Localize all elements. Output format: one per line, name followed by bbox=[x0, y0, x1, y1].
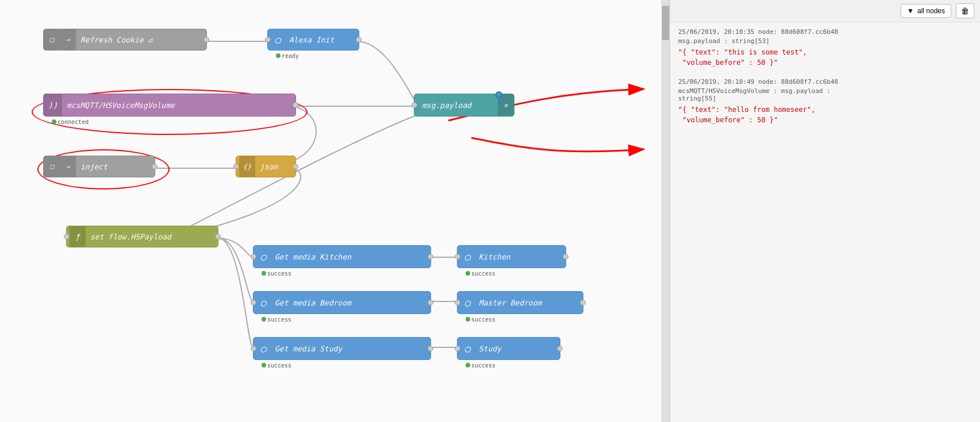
output-port bbox=[428, 346, 433, 351]
debug-port bbox=[495, 91, 502, 98]
scrollbar[interactable] bbox=[662, 0, 670, 422]
msg-payload-label: msg.payload bbox=[417, 101, 498, 110]
get-study-label: Get media Study bbox=[270, 344, 428, 353]
study-node[interactable]: ◯ Study success bbox=[457, 337, 560, 360]
refresh-cookie-node[interactable]: □ ⇒ Refresh Cookie ↺ bbox=[43, 29, 207, 51]
mcs-mqtt-label: mcsMQTT/HSVoiceMsgVolume bbox=[62, 101, 293, 110]
study-status: success bbox=[267, 362, 291, 369]
output-port bbox=[215, 234, 221, 239]
output-port bbox=[293, 102, 298, 108]
msg-payload-node[interactable]: msg.payload ≡ bbox=[414, 94, 514, 117]
input-port bbox=[265, 37, 271, 42]
filter-label: all nodes bbox=[917, 7, 945, 15]
delete-button[interactable]: 🗑 bbox=[956, 3, 974, 18]
mcs-mqtt-node[interactable]: )) mcsMQTT/HSVoiceMsgVolume connected bbox=[43, 94, 296, 117]
input-port bbox=[251, 346, 256, 351]
alexa-init-node[interactable]: ◯ Alexa Init ready bbox=[267, 29, 359, 51]
master-status: success bbox=[471, 316, 495, 323]
json-label: json bbox=[255, 162, 293, 171]
input-port bbox=[455, 254, 460, 260]
alexa-init-label: Alexa Init bbox=[285, 36, 356, 44]
output-port bbox=[203, 37, 209, 42]
study2-status-dot bbox=[466, 363, 470, 367]
log-panel: ▼ all nodes 🗑 25/06/2019, 20:10:35 node:… bbox=[670, 0, 980, 422]
get-kitchen-node[interactable]: ◯ Get media Kitchen success bbox=[253, 245, 431, 268]
input-port bbox=[251, 300, 256, 305]
input-port bbox=[455, 346, 460, 351]
inject-icon1: □ bbox=[44, 156, 60, 177]
bedroom-status-dot bbox=[262, 317, 266, 322]
output-port bbox=[293, 164, 298, 169]
alexa-status-dot bbox=[276, 53, 280, 58]
panel-header: ▼ all nodes 🗑 bbox=[670, 0, 980, 22]
log-meta-1: 25/06/2019, 20:10:35 node: 88d608f7.cc6b… bbox=[678, 28, 972, 36]
output-port bbox=[580, 300, 586, 305]
master-bedroom-node[interactable]: ◯ Master Bedroom success bbox=[457, 291, 583, 314]
inject-node[interactable]: □ ⇒ inject bbox=[43, 156, 155, 177]
output-port bbox=[563, 254, 568, 260]
log-type-2: mcsMQTT/HSVoiceMsgVolume : msg.payload :… bbox=[678, 87, 972, 102]
kitchen2-status: success bbox=[471, 270, 495, 277]
scrollbar-thumb[interactable] bbox=[662, 6, 669, 40]
output-port bbox=[428, 300, 433, 305]
get-kitchen-label: Get media Kitchen bbox=[270, 253, 428, 261]
kitchen-label: Kitchen bbox=[474, 253, 563, 261]
output-port bbox=[428, 254, 433, 260]
study2-status: success bbox=[471, 362, 495, 369]
mcs-status-text: connected bbox=[57, 119, 89, 125]
kitchen-status-dot bbox=[262, 271, 266, 276]
flow-canvas: □ ⇒ Refresh Cookie ↺ ◯ Alexa Init ready … bbox=[0, 0, 662, 422]
set-flow-node[interactable]: ƒ set flow.HSPayload bbox=[66, 226, 218, 247]
log-meta-2: 25/06/2019, 20:10:49 node: 88d608f7.cc6b… bbox=[678, 78, 972, 86]
function-icon: ƒ bbox=[70, 226, 86, 247]
set-flow-label: set flow.HSPayload bbox=[86, 233, 215, 241]
refresh-icon: □ bbox=[44, 29, 60, 50]
get-bedroom-label: Get media Bedroom bbox=[270, 299, 428, 307]
log-entry-1: 25/06/2019, 20:10:35 node: 88d608f7.cc6b… bbox=[678, 28, 972, 68]
mcs-status-dot bbox=[52, 119, 56, 124]
alexa-status-text: ready bbox=[282, 53, 299, 59]
input-port bbox=[412, 102, 417, 108]
log-payload-2: "{ "text": "hello from homeseer", "volum… bbox=[678, 104, 972, 125]
output-port bbox=[557, 346, 563, 351]
inject-icon2: ⇒ bbox=[60, 156, 76, 177]
output-port bbox=[356, 37, 362, 42]
log-payload-1: "{ "text": "this is some test", "volume_… bbox=[678, 47, 972, 68]
master-bedroom-label: Master Bedroom bbox=[474, 299, 580, 307]
kitchen2-status-dot bbox=[466, 271, 470, 276]
master-status-dot bbox=[466, 317, 470, 322]
inject-label: inject bbox=[76, 162, 152, 171]
bedroom-status: success bbox=[267, 316, 291, 323]
arrow-icon: ⇒ bbox=[60, 29, 76, 50]
input-port bbox=[455, 300, 460, 305]
refresh-cookie-label: Refresh Cookie ↺ bbox=[76, 36, 203, 44]
output-port bbox=[152, 164, 157, 169]
input-port bbox=[64, 234, 70, 239]
kitchen-node[interactable]: ◯ Kitchen success bbox=[457, 245, 566, 268]
study-label: Study bbox=[474, 344, 557, 353]
study-status-dot bbox=[262, 363, 266, 367]
input-port bbox=[251, 254, 256, 260]
mqtt-icon: )) bbox=[44, 94, 62, 116]
log-type-1: msg.payload : string[53] bbox=[678, 37, 972, 45]
delete-icon: 🗑 bbox=[961, 6, 969, 16]
filter-icon: ▼ bbox=[907, 7, 914, 15]
get-study-node[interactable]: ◯ Get media Study success bbox=[253, 337, 431, 360]
json-icon: {} bbox=[239, 156, 255, 177]
log-entry-2: 25/06/2019, 20:10:49 node: 88d608f7.cc6b… bbox=[678, 78, 972, 125]
log-entries: 25/06/2019, 20:10:35 node: 88d608f7.cc6b… bbox=[670, 22, 980, 422]
input-port bbox=[233, 164, 239, 169]
filter-button[interactable]: ▼ all nodes bbox=[901, 4, 951, 18]
get-bedroom-node[interactable]: ◯ Get media Bedroom success bbox=[253, 291, 431, 314]
kitchen-status: success bbox=[267, 270, 291, 277]
json-node[interactable]: {} json bbox=[236, 156, 296, 177]
